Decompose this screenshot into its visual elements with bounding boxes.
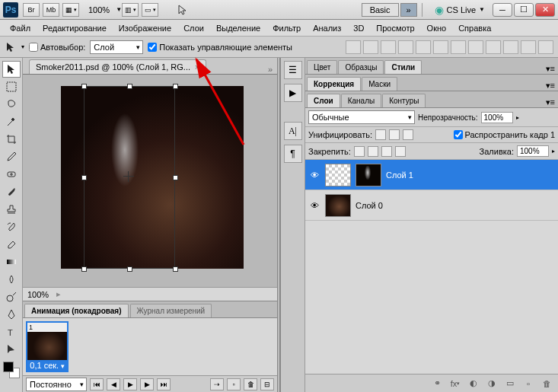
menu-analysis[interactable]: Анализ xyxy=(308,22,346,34)
workspace-switcher-button[interactable]: » xyxy=(400,3,417,17)
cs-live-button[interactable]: ◉ CS Live▼ xyxy=(435,4,485,16)
menu-image[interactable]: Изображение xyxy=(113,22,177,34)
close-tab-icon[interactable]: × xyxy=(195,63,199,72)
menu-edit[interactable]: Редактирование xyxy=(37,22,112,34)
mini-bridge-button[interactable]: Mb xyxy=(43,3,59,17)
first-frame-button[interactable]: ⏮ xyxy=(90,378,104,390)
play-button[interactable]: ▶ xyxy=(123,378,137,390)
status-arrow-icon[interactable]: ▸ xyxy=(56,289,61,299)
tab-overflow-icon[interactable]: » xyxy=(268,65,273,74)
propagate-frame-checkbox[interactable]: Распространить кадр 1 xyxy=(454,130,555,139)
group-icon[interactable]: ▭ xyxy=(503,378,517,390)
view-extras-button[interactable]: ▦ xyxy=(62,3,79,17)
timeline-mode-button[interactable]: ⊟ xyxy=(260,378,274,390)
auto-select-checkbox[interactable]: Автовыбор: xyxy=(29,43,85,52)
paragraph-dock-icon[interactable]: ¶ xyxy=(284,145,302,163)
transform-center-icon[interactable] xyxy=(123,171,134,182)
transform-handle[interactable] xyxy=(127,266,132,272)
distribute-icon[interactable] xyxy=(468,40,483,54)
status-zoom[interactable]: 100% xyxy=(27,290,49,299)
transform-handle[interactable] xyxy=(173,84,178,89)
align-icon[interactable] xyxy=(416,40,431,54)
gradient-tool[interactable] xyxy=(2,253,21,270)
menu-view[interactable]: Просмотр xyxy=(371,22,419,34)
move-tool[interactable] xyxy=(2,61,21,78)
layer-name[interactable]: Слой 0 xyxy=(356,201,383,210)
menu-filter[interactable]: Фильтр xyxy=(267,22,306,34)
workspace-basic-button[interactable]: Basic xyxy=(362,3,399,17)
close-button[interactable]: ✕ xyxy=(535,3,555,17)
pen-tool[interactable] xyxy=(2,306,21,323)
canvas[interactable] xyxy=(23,75,277,287)
screen-mode-button[interactable]: Br xyxy=(23,3,40,17)
unify-position-icon[interactable] xyxy=(375,129,386,140)
lock-position-icon[interactable] xyxy=(381,146,392,157)
dodge-tool[interactable] xyxy=(2,288,21,305)
align-icon[interactable] xyxy=(398,40,413,54)
type-tool[interactable]: T xyxy=(2,323,21,340)
distribute-icon[interactable] xyxy=(521,40,536,54)
distribute-icon[interactable] xyxy=(486,40,501,54)
tab-color[interactable]: Цвет xyxy=(307,60,337,74)
history-dock-icon[interactable]: ☰ xyxy=(284,61,302,79)
screen-mode2-button[interactable]: ▭ xyxy=(142,3,158,17)
align-icon[interactable] xyxy=(433,40,448,54)
link-layers-icon[interactable]: ⚭ xyxy=(430,378,444,390)
transform-handle[interactable] xyxy=(81,175,87,180)
maximize-button[interactable]: ☐ xyxy=(514,3,534,17)
opacity-value[interactable]: 100% xyxy=(481,112,513,123)
menu-help[interactable]: Справка xyxy=(453,22,496,34)
menu-select[interactable]: Выделение xyxy=(211,22,266,34)
layer-thumbnail[interactable] xyxy=(325,164,351,186)
prev-frame-button[interactable]: ◀ xyxy=(107,378,120,390)
last-frame-button[interactable]: ⏭ xyxy=(157,378,171,390)
align-icon[interactable] xyxy=(381,40,396,54)
transform-handle[interactable] xyxy=(173,175,178,180)
layer-row[interactable]: 👁 Слой 1 xyxy=(305,160,558,190)
menu-window[interactable]: Окно xyxy=(422,22,452,34)
frame-delay[interactable]: 0,1 сек. ▾ xyxy=(27,360,67,371)
animation-frame[interactable]: 1 0,1 сек. ▾ xyxy=(26,321,69,372)
distribute-icon[interactable] xyxy=(538,40,553,54)
tab-styles[interactable]: Стили xyxy=(384,60,422,74)
layer-name[interactable]: Слой 1 xyxy=(386,171,413,180)
lock-pixels-icon[interactable] xyxy=(368,146,378,157)
delete-frame-button[interactable]: 🗑 xyxy=(244,378,257,390)
tab-animation[interactable]: Анимация (покадровая) xyxy=(24,304,129,317)
panel-menu-icon[interactable]: ▾≡ xyxy=(546,64,555,74)
eraser-tool[interactable] xyxy=(2,236,21,253)
show-controls-checkbox[interactable]: Показать управляющие элементы xyxy=(148,43,292,52)
next-frame-button[interactable]: ▶ xyxy=(140,378,154,390)
new-layer-icon[interactable]: ▫ xyxy=(521,378,535,390)
transform-handle[interactable] xyxy=(81,84,87,89)
document-tab[interactable]: Smoker2011.psd @ 100% (Слой 1, RG... × xyxy=(29,59,206,74)
lock-all-icon[interactable] xyxy=(395,146,406,157)
layer-row[interactable]: 👁 Слой 0 xyxy=(305,190,558,221)
new-frame-button[interactable]: ▫ xyxy=(227,378,241,390)
distribute-icon[interactable] xyxy=(451,40,466,54)
tween-button[interactable]: ⇢ xyxy=(210,378,224,390)
auto-select-target[interactable]: Слой xyxy=(90,40,143,54)
tab-corrections[interactable]: Коррекция xyxy=(307,77,361,91)
tab-measurements[interactable]: Журнал измерений xyxy=(130,304,212,317)
panel-menu-icon[interactable]: ▾≡ xyxy=(546,81,555,91)
adjustment-layer-icon[interactable]: ◑ xyxy=(485,378,499,390)
eyedropper-tool[interactable] xyxy=(2,148,21,165)
delete-layer-icon[interactable]: 🗑 xyxy=(540,378,553,390)
character-dock-icon[interactable]: A| xyxy=(284,122,302,140)
loop-select[interactable]: Постоянно xyxy=(26,378,87,391)
align-icon[interactable] xyxy=(346,40,361,54)
minimize-button[interactable]: ─ xyxy=(493,3,512,17)
path-select-tool[interactable] xyxy=(2,341,21,358)
visibility-toggle-icon[interactable]: 👁 xyxy=(308,169,320,181)
arrange-docs-button[interactable]: ▥ xyxy=(122,3,139,17)
distribute-icon[interactable] xyxy=(503,40,518,54)
blur-tool[interactable] xyxy=(2,271,21,288)
history-brush-tool[interactable] xyxy=(2,218,21,235)
blend-mode-select[interactable]: Обычные xyxy=(308,110,415,124)
transform-handle[interactable] xyxy=(127,84,132,89)
align-icon[interactable] xyxy=(363,40,378,54)
visibility-toggle-icon[interactable]: 👁 xyxy=(308,199,320,212)
transform-handle[interactable] xyxy=(81,266,87,272)
menu-file[interactable]: Файл xyxy=(5,22,36,34)
